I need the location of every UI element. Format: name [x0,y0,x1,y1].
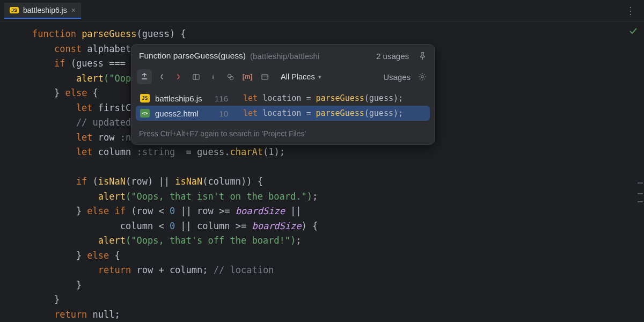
regex-icon[interactable]: [m] [240,69,255,84]
js-file-icon: JS [140,94,150,103]
svg-rect-3 [261,74,267,79]
chevron-down-icon: ▾ [318,74,321,80]
usage-code-preview: let location = parseGuess(guess); [233,93,426,103]
tab-battleship6[interactable]: JS battleship6.js × [4,3,81,19]
svg-point-4 [421,76,423,78]
usage-line-number: 10 [214,109,228,118]
usage-code-preview: let location = parseGuess(guess); [233,108,426,118]
svg-point-2 [230,76,233,80]
usage-file-name: battleship6.js [155,94,209,103]
popup-toolbar: [m] All Places ▾ Usages [131,66,434,90]
usage-row[interactable]: JS battleship6.js 116 let location = par… [136,91,430,106]
gear-icon[interactable] [416,70,429,83]
tabs-container: JS battleship6.js × [4,3,81,19]
html-file-icon: <> [140,109,150,118]
usage-line-number: 116 [214,94,228,103]
scope-dropdown[interactable]: All Places ▾ [276,70,326,83]
svg-rect-0 [193,74,199,79]
usages-header-label: Usages [383,72,411,82]
info-icon[interactable] [206,69,221,84]
open-find-window-icon[interactable] [137,69,152,84]
next-occurrence-icon[interactable] [171,69,186,84]
svg-point-1 [228,74,231,78]
popup-hint: Press Ctrl+Alt+F7 again to search in 'Pr… [131,125,434,144]
pin-icon[interactable] [419,52,427,60]
popup-title: Function parseGuess(guess) [139,51,246,61]
editor-minimap[interactable] [636,21,644,322]
usages-list: JS battleship6.js 116 let location = par… [131,90,434,125]
find-usages-popup: Function parseGuess(guess) (battleship/b… [131,44,435,145]
scope-label: All Places [281,72,315,81]
popup-header: Function parseGuess(guess) (battleship/b… [131,45,434,66]
tab-filename: battleship6.js [23,6,67,14]
filter-icon[interactable] [223,69,238,84]
tab-options-icon[interactable]: ⋮ [621,3,640,19]
js-file-icon: JS [10,7,19,13]
prev-occurrence-icon[interactable] [154,69,169,84]
group-by-file-icon[interactable] [188,69,203,84]
preview-icon[interactable] [257,69,272,84]
usage-file-name: guess2.html [155,109,209,118]
usage-row[interactable]: <> guess2.html 10 let location = parseGu… [136,106,430,121]
popup-subtitle-path: (battleship/battleshi [250,52,372,61]
tab-bar: JS battleship6.js × ⋮ [0,0,644,21]
close-tab-icon[interactable]: × [71,6,76,14]
popup-usage-count: 2 usages [376,52,409,61]
